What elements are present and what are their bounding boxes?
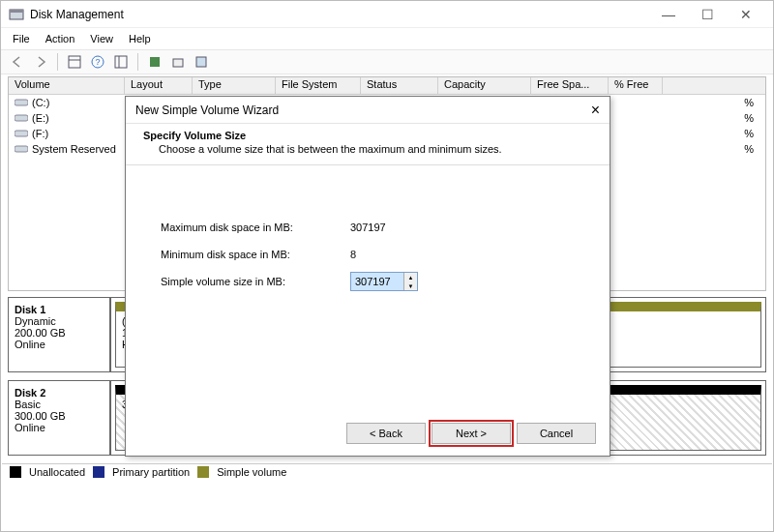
dialog-button-row: < Back Next > Cancel xyxy=(346,423,596,444)
volume-list-header: Volume Layout Type File System Status Ca… xyxy=(9,77,765,95)
min-space-row: Minimum disk space in MB: 8 xyxy=(161,241,575,268)
disk-type: Dynamic xyxy=(15,315,104,327)
disk-name: Disk 2 xyxy=(15,387,104,399)
svg-rect-1 xyxy=(10,10,23,13)
min-space-label: Minimum disk space in MB: xyxy=(161,249,350,260)
swatch-simple xyxy=(197,466,209,478)
toolbar: ? xyxy=(1,49,773,74)
swatch-unallocated xyxy=(10,466,21,478)
menu-view[interactable]: View xyxy=(82,31,121,46)
max-space-value: 307197 xyxy=(350,222,386,233)
disk-size: 300.00 GB xyxy=(15,410,104,422)
volume-pct: % xyxy=(744,128,754,139)
volume-pct: % xyxy=(744,97,754,108)
svg-text:?: ? xyxy=(95,57,100,67)
help-icon[interactable]: ? xyxy=(87,51,108,73)
dialog-header: Specify Volume Size Choose a volume size… xyxy=(126,124,610,165)
legend-unallocated: Unallocated xyxy=(29,466,85,478)
volume-name: (F:) xyxy=(32,128,48,139)
drive-icon xyxy=(15,98,28,107)
volume-pct: % xyxy=(744,143,754,155)
drive-icon xyxy=(15,144,28,154)
col-filesystem[interactable]: File System xyxy=(276,77,361,94)
disk-name: Disk 1 xyxy=(15,304,104,315)
disk-label[interactable]: Disk 2 Basic 300.00 GB Online xyxy=(8,380,110,456)
col-status[interactable]: Status xyxy=(361,77,438,94)
volume-size-label: Simple volume size in MB: xyxy=(161,276,350,287)
disk-mgmt-icon xyxy=(9,7,24,22)
volume-size-row: Simple volume size in MB: ▲ ▼ xyxy=(161,268,575,295)
disk-label[interactable]: Disk 1 Dynamic 200.00 GB Online xyxy=(8,297,110,372)
max-space-label: Maximum disk space in MB: xyxy=(161,222,350,233)
toolbar-separator xyxy=(137,53,138,71)
svg-rect-10 xyxy=(196,57,206,67)
drive-icon xyxy=(15,129,28,138)
svg-rect-12 xyxy=(15,115,28,121)
maximize-button[interactable]: ☐ xyxy=(688,2,727,27)
disk-type: Basic xyxy=(15,399,104,410)
svg-rect-2 xyxy=(69,56,80,68)
col-capacity[interactable]: Capacity xyxy=(438,77,531,94)
minimize-button[interactable]: — xyxy=(649,2,688,27)
volume-pct: % xyxy=(744,112,754,124)
toolbar-icon-6[interactable] xyxy=(191,51,212,73)
volume-name: (C:) xyxy=(32,97,49,108)
volume-name: System Reserved xyxy=(32,143,116,155)
close-icon[interactable]: × xyxy=(591,102,600,119)
max-space-row: Maximum disk space in MB: 307197 xyxy=(161,214,575,241)
menu-action[interactable]: Action xyxy=(38,31,83,46)
toolbar-icon-4[interactable] xyxy=(144,51,165,73)
window-title: Disk Management xyxy=(30,8,649,21)
new-simple-volume-wizard-dialog: New Simple Volume Wizard × Specify Volum… xyxy=(125,96,610,457)
forward-icon[interactable] xyxy=(30,51,51,73)
volume-name: (E:) xyxy=(32,112,49,124)
disk-management-window: Disk Management — ☐ ✕ File Action View H… xyxy=(0,0,774,532)
dialog-titlebar: New Simple Volume Wizard × xyxy=(126,97,610,124)
swatch-primary xyxy=(93,466,104,478)
toolbar-icon-3[interactable] xyxy=(110,51,132,73)
col-type[interactable]: Type xyxy=(193,77,276,94)
close-button[interactable]: ✕ xyxy=(727,2,765,27)
legend-primary: Primary partition xyxy=(112,466,190,478)
menu-help[interactable]: Help xyxy=(121,31,159,46)
spinner-up-icon[interactable]: ▲ xyxy=(404,273,417,281)
toolbar-icon-5[interactable] xyxy=(167,51,189,73)
back-button[interactable]: < Back xyxy=(346,423,426,444)
spinner-down-icon[interactable]: ▼ xyxy=(404,281,417,290)
toolbar-icon-1[interactable] xyxy=(64,51,85,73)
col-layout[interactable]: Layout xyxy=(125,77,193,94)
disk-status: Online xyxy=(15,339,104,350)
svg-rect-14 xyxy=(15,146,28,152)
volume-size-spinbox: ▲ ▼ xyxy=(350,272,418,291)
drive-icon xyxy=(15,113,28,123)
cancel-button[interactable]: Cancel xyxy=(517,423,596,444)
dialog-body: Maximum disk space in MB: 307197 Minimum… xyxy=(126,165,610,343)
svg-rect-9 xyxy=(173,59,183,67)
svg-rect-8 xyxy=(150,57,160,67)
min-space-value: 8 xyxy=(350,249,356,260)
window-controls: — ☐ ✕ xyxy=(649,2,765,27)
back-icon[interactable] xyxy=(7,51,28,73)
titlebar: Disk Management — ☐ ✕ xyxy=(1,1,773,28)
volume-size-input[interactable] xyxy=(351,273,403,290)
col-freespace[interactable]: Free Spa... xyxy=(531,77,609,94)
dialog-title: New Simple Volume Wizard xyxy=(135,103,591,117)
svg-rect-11 xyxy=(15,100,28,105)
dialog-heading: Specify Volume Size xyxy=(143,130,592,141)
dialog-subheading: Choose a volume size that is between the… xyxy=(159,143,592,155)
legend: Unallocated Primary partition Simple vol… xyxy=(2,463,772,480)
disk-size: 200.00 GB xyxy=(15,327,104,339)
toolbar-separator xyxy=(57,53,58,71)
next-button[interactable]: Next > xyxy=(432,423,511,444)
legend-simple: Simple volume xyxy=(217,466,286,478)
col-pctfree[interactable]: % Free xyxy=(609,77,663,94)
svg-rect-13 xyxy=(15,131,28,136)
menubar: File Action View Help xyxy=(1,28,773,49)
svg-rect-6 xyxy=(115,56,127,68)
spinner-buttons: ▲ ▼ xyxy=(403,273,417,290)
menu-file[interactable]: File xyxy=(5,31,38,46)
col-volume[interactable]: Volume xyxy=(9,77,125,94)
disk-status: Online xyxy=(15,422,104,433)
